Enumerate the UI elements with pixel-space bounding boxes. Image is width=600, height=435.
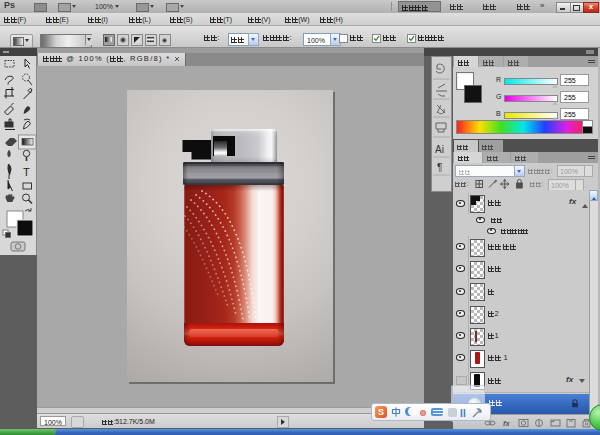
svg-text:¶: ¶ bbox=[437, 162, 442, 173]
svg-text:fx: fx bbox=[503, 419, 510, 428]
svg-text:Ai: Ai bbox=[435, 144, 444, 155]
svg-text:T: T bbox=[23, 166, 30, 178]
